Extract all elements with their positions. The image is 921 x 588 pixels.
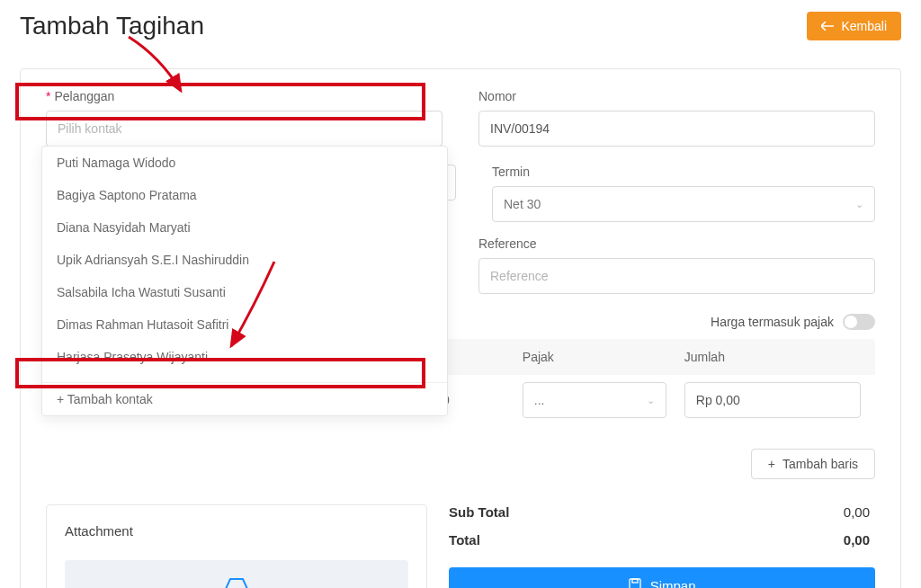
pajak-select[interactable]: ... ⌄	[523, 382, 666, 418]
subtotal-label: Sub Total	[449, 504, 509, 520]
attachment-title: Attachment	[65, 523, 408, 539]
contact-option[interactable]: Marsudi Pangestu Narpati	[42, 373, 447, 382]
save-icon	[629, 578, 641, 589]
plus-icon: +	[768, 457, 775, 471]
termin-value: Net 30	[504, 197, 541, 211]
contact-option[interactable]: Diana Nasyidah Maryati	[42, 211, 447, 244]
termin-select[interactable]: Net 30 ⌄	[492, 186, 875, 222]
svg-rect-5	[632, 579, 638, 583]
chevron-down-icon: ⌄	[855, 199, 863, 210]
add-contact-option[interactable]: + Tambah kontak	[42, 382, 447, 415]
tax-toggle-label: Harga termasuk pajak	[711, 315, 834, 329]
reference-field: Reference	[478, 236, 875, 294]
attachment-dropzone[interactable]	[65, 560, 408, 588]
back-button-label: Kembali	[841, 19, 887, 33]
col-pajak: Pajak	[523, 350, 666, 364]
contact-dropdown: Puti Namaga WidodoBagiya Saptono Pratama…	[41, 146, 448, 416]
col-jumlah: Jumlah	[684, 350, 861, 364]
pajak-value: ...	[534, 393, 545, 407]
termin-field: Termin Net 30 ⌄	[492, 165, 875, 222]
contact-option[interactable]: Salsabila Icha Wastuti Susanti	[42, 276, 447, 308]
inbox-icon	[220, 576, 253, 588]
subtotal-value: 0,00	[844, 504, 870, 520]
nomor-field: Nomor	[478, 89, 875, 147]
page-title: Tambah Tagihan	[20, 12, 204, 40]
save-button-label: Simpan	[650, 578, 696, 589]
jumlah-input[interactable]	[684, 382, 861, 418]
pelanggan-label: *Pelanggan	[46, 89, 443, 103]
total-value: 0,00	[844, 532, 870, 548]
contact-option[interactable]: Puti Namaga Widodo	[42, 147, 447, 179]
back-button[interactable]: Kembali	[807, 12, 901, 40]
arrow-left-icon	[821, 19, 834, 33]
termin-label: Termin	[492, 165, 875, 179]
tax-toggle[interactable]	[843, 314, 875, 330]
chevron-down-icon: ⌄	[647, 395, 655, 406]
pelanggan-field: *Pelanggan Puti Namaga WidodoBagiya Sapt…	[46, 89, 443, 147]
save-button[interactable]: Simpan	[449, 567, 875, 588]
add-row-label: Tambah baris	[782, 457, 858, 471]
reference-label: Reference	[478, 236, 875, 251]
attachment-panel: Attachment	[46, 504, 427, 588]
plus-icon: +	[57, 392, 64, 406]
contact-option[interactable]: Dimas Rahman Hutasoit Safitri	[42, 308, 447, 341]
total-label: Total	[449, 532, 480, 548]
contact-option[interactable]: Upik Adriansyah S.E.I Nashiruddin	[42, 244, 447, 276]
svg-rect-4	[630, 579, 640, 589]
contact-option[interactable]: Bagiya Saptono Pratama	[42, 179, 447, 211]
nomor-label: Nomor	[478, 89, 875, 103]
totals-panel: Sub Total 0,00 Total 0,00 Simpan	[449, 504, 875, 588]
contact-option[interactable]: Harjasa Prasetya Wijayanti	[42, 341, 447, 373]
pelanggan-input[interactable]	[46, 111, 443, 147]
add-contact-label: Tambah kontak	[67, 392, 153, 406]
add-row-button[interactable]: + Tambah baris	[751, 449, 875, 479]
nomor-input[interactable]	[478, 111, 875, 147]
form-card: *Pelanggan Puti Namaga WidodoBagiya Sapt…	[20, 68, 901, 588]
reference-input[interactable]	[478, 258, 875, 294]
